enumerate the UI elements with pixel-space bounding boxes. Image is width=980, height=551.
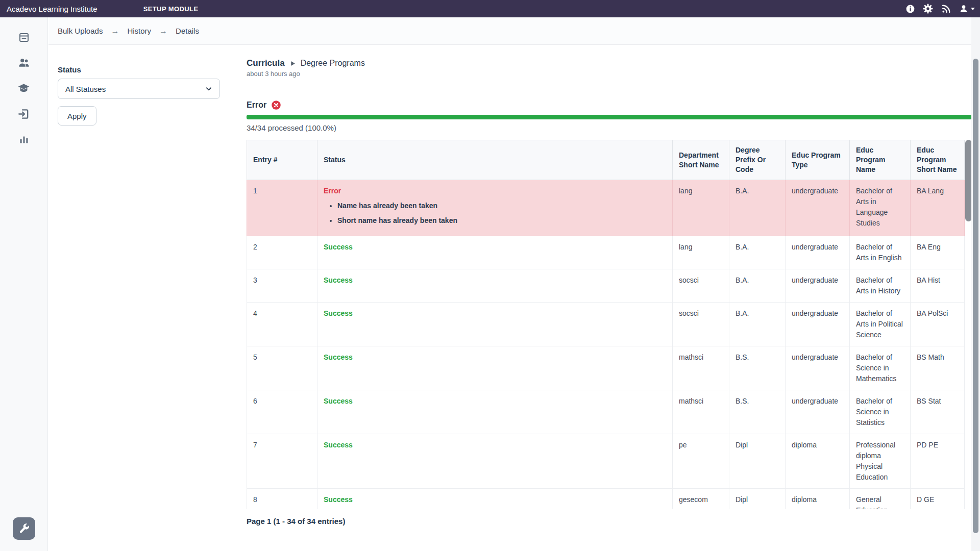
cell-program-name: General Education xyxy=(850,489,911,510)
cell-program-name: Bachelor of Science in Mathematics xyxy=(850,346,911,390)
cell-status: Success xyxy=(317,269,673,303)
wrench-icon xyxy=(18,522,30,535)
people-icon xyxy=(17,56,31,69)
cell-program-type: undergraduate xyxy=(786,390,850,434)
cell-department-short-name: socsci xyxy=(673,269,729,303)
error-message: Short name has already been taken xyxy=(337,215,666,226)
breadcrumb-separator: → xyxy=(159,27,167,36)
apply-button[interactable]: Apply xyxy=(58,106,96,126)
entries-table-wrap: Entry # Status Department Short Name Deg… xyxy=(247,140,972,509)
user-icon xyxy=(958,3,969,14)
cell-entry: 8 xyxy=(247,489,317,510)
pagination-summary: Page 1 (1 - 34 of 34 entries) xyxy=(247,517,972,525)
status-filter-label: Status xyxy=(58,65,220,74)
row-status: Success xyxy=(324,275,666,286)
module-title: SETUP MODULE xyxy=(143,5,199,13)
cell-program-type: undergraduate xyxy=(786,236,850,269)
cell-degree-prefix: B.S. xyxy=(729,390,786,434)
overall-status: Error xyxy=(247,100,972,110)
table-row: 6 Success mathsci B.S. undergraduate Bac… xyxy=(247,390,965,434)
cell-department-short-name: lang xyxy=(673,236,729,269)
status-select[interactable]: All Statuses xyxy=(58,79,220,99)
cell-entry: 5 xyxy=(247,346,317,390)
gear-icon[interactable] xyxy=(922,3,934,14)
info-icon[interactable] xyxy=(904,3,916,14)
cell-entry: 1 xyxy=(247,180,317,236)
cell-degree-prefix: B.A. xyxy=(729,303,786,346)
cell-department-short-name: lang xyxy=(673,180,729,236)
col-department-short-name: Department Short Name xyxy=(673,140,729,180)
cell-program-name: Bachelor of Arts in English xyxy=(850,236,911,269)
page-scrollbar-thumb[interactable] xyxy=(973,59,978,533)
cell-program-name: Bachelor of Arts in Political Science xyxy=(850,303,911,346)
sidebar-item-calendar[interactable] xyxy=(0,24,48,50)
breadcrumb: Bulk Uploads → History → Details xyxy=(48,17,973,45)
col-program-name: Educ Program Name xyxy=(850,140,911,180)
cell-entry: 3 xyxy=(247,269,317,303)
cell-department-short-name: pe xyxy=(673,434,729,489)
progress-bar xyxy=(247,115,972,119)
row-status: Success xyxy=(324,440,666,450)
category-title: Curricula xyxy=(247,58,285,68)
breadcrumb-bulk-uploads[interactable]: Bulk Uploads xyxy=(58,27,103,35)
cell-degree-prefix: B.A. xyxy=(729,236,786,269)
cell-program-type: undergraduate xyxy=(786,346,850,390)
user-menu[interactable] xyxy=(958,3,975,14)
progress-fill xyxy=(247,115,972,119)
table-row: 7 Success pe Dipl diploma Professional d… xyxy=(247,434,965,489)
cell-program-short-name: BA PolSci xyxy=(911,303,965,346)
breadcrumb-history[interactable]: History xyxy=(127,27,151,35)
table-row: 4 Success socsci B.A. undergraduate Bach… xyxy=(247,303,965,346)
upload-type-title: Degree Programs xyxy=(301,59,365,68)
breadcrumb-details: Details xyxy=(176,27,199,35)
cell-program-short-name: D GE xyxy=(911,489,965,510)
processed-count: 34/34 processed (100.0%) xyxy=(247,123,972,132)
page-scrollbar xyxy=(971,17,980,551)
error-message: Name has already been taken xyxy=(337,201,666,211)
feed-icon[interactable] xyxy=(940,3,951,14)
cell-entry: 7 xyxy=(247,434,317,489)
cell-entry: 6 xyxy=(247,390,317,434)
topbar-icons xyxy=(904,3,975,14)
error-messages: Name has already been takenShort name ha… xyxy=(337,201,666,226)
cell-degree-prefix: Dipl xyxy=(729,434,786,489)
chevron-down-icon xyxy=(971,8,975,10)
sidebar xyxy=(0,17,48,551)
sidebar-item-reports[interactable] xyxy=(0,127,48,152)
row-status: Success xyxy=(324,352,666,363)
cell-department-short-name: socsci xyxy=(673,303,729,346)
cell-entry: 2 xyxy=(247,236,317,269)
cell-program-short-name: BA Lang xyxy=(911,180,965,236)
chevron-down-icon xyxy=(205,85,212,92)
calendar-icon xyxy=(18,31,30,43)
row-status: Success xyxy=(324,242,666,253)
col-program-short-name: Educ Program Short Name xyxy=(911,140,965,180)
sidebar-item-academics[interactable] xyxy=(0,76,48,101)
sidebar-item-people[interactable] xyxy=(0,50,48,76)
app-brand: Acadevo Learning Institute xyxy=(7,5,97,13)
cell-department-short-name: mathsci xyxy=(673,346,729,390)
cell-status: Success xyxy=(317,390,673,434)
cell-department-short-name: mathsci xyxy=(673,390,729,434)
content-area: Bulk Uploads → History → Details Status … xyxy=(48,17,973,551)
cell-program-short-name: BA Hist xyxy=(911,269,965,303)
table-row: 3 Success socsci B.A. undergraduate Bach… xyxy=(247,269,965,303)
sign-in-icon xyxy=(17,108,30,120)
row-status: Success xyxy=(324,494,666,505)
cell-status: Success xyxy=(317,346,673,390)
upload-timestamp: about 3 hours ago xyxy=(247,70,972,78)
cell-degree-prefix: B.A. xyxy=(729,269,786,303)
cell-degree-prefix: B.S. xyxy=(729,346,786,390)
tools-button[interactable] xyxy=(13,517,35,540)
cell-degree-prefix: Dipl xyxy=(729,489,786,510)
table-row: 5 Success mathsci B.S. undergraduate Bac… xyxy=(247,346,965,390)
row-status: Success xyxy=(324,308,666,319)
cell-program-type: undergraduate xyxy=(786,303,850,346)
cell-department-short-name: gesecom xyxy=(673,489,729,510)
status-select-value: All Statuses xyxy=(65,85,106,93)
table-row: 8 Success gesecom Dipl diploma General E… xyxy=(247,489,965,510)
sidebar-item-enrollment[interactable] xyxy=(0,101,48,127)
cell-program-short-name: BS Stat xyxy=(911,390,965,434)
cell-entry: 4 xyxy=(247,303,317,346)
table-row: 2 Success lang B.A. undergraduate Bachel… xyxy=(247,236,965,269)
